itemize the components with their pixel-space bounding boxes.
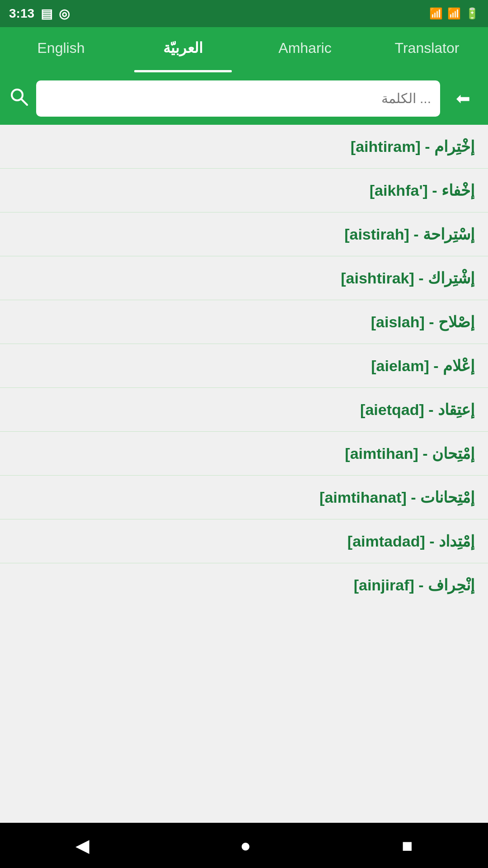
- word-text: إسْتِراحة - [aistirah]: [344, 226, 474, 243]
- signal-icon: 📶: [447, 7, 461, 20]
- svg-line-1: [21, 99, 27, 105]
- status-bar: 3:13 ▤ ◎ 📶 📶 🔋: [0, 0, 488, 27]
- word-text: إنْحِراف - [ainjiraf]: [354, 576, 474, 594]
- list-item[interactable]: إعتِقاد - [aietqad]: [0, 388, 488, 432]
- word-text: إخْفاء - ['aikhfa]: [370, 182, 474, 199]
- list-item[interactable]: إمْتِحان - [aimtihan]: [0, 432, 488, 476]
- recents-button[interactable]: [388, 831, 426, 860]
- list-item[interactable]: إخْتِرام - [aihtiram]: [0, 125, 488, 169]
- list-item[interactable]: إمْتِحانات - [aimtihanat]: [0, 476, 488, 519]
- clear-button[interactable]: [447, 85, 479, 112]
- word-text: إعْلام - [aielam]: [371, 357, 474, 374]
- search-input[interactable]: [36, 80, 440, 117]
- list-item[interactable]: إنْحِراف - [ainjiraf]: [0, 563, 488, 607]
- tab-amharic[interactable]: Amharic: [244, 27, 366, 72]
- status-time: 3:13: [9, 6, 34, 21]
- sim-icon: ▤: [41, 6, 52, 21]
- battery-icon: 🔋: [465, 7, 479, 20]
- word-text: إخْتِرام - [aihtiram]: [351, 138, 474, 155]
- tab-translator[interactable]: Translator: [366, 27, 488, 72]
- word-text: إصْلاح - [aislah]: [371, 313, 474, 330]
- word-text: إمْتِحانات - [aimtihanat]: [319, 489, 474, 506]
- list-item[interactable]: إشْتِراك - [aishtirak]: [0, 256, 488, 300]
- word-text: إعتِقاد - [aietqad]: [360, 401, 474, 418]
- word-list: إخْتِرام - [aihtiram]إخْفاء - ['aikhfa]إ…: [0, 125, 488, 823]
- list-item[interactable]: إعْلام - [aielam]: [0, 344, 488, 388]
- word-text: إمْتِداد - [aimtadad]: [347, 533, 474, 550]
- tab-bar: English العربيّة Amharic Translator: [0, 27, 488, 72]
- headphones-icon: ◎: [59, 6, 70, 21]
- bottom-navigation: [0, 823, 488, 868]
- search-input-wrapper: [36, 80, 440, 117]
- word-text: إشْتِراك - [aishtirak]: [341, 269, 474, 287]
- home-button[interactable]: [226, 831, 264, 860]
- backspace-icon: [447, 85, 479, 112]
- header: English العربيّة Amharic Translator: [0, 27, 488, 125]
- list-item[interactable]: إخْفاء - ['aikhfa]: [0, 169, 488, 212]
- tab-arabic[interactable]: العربيّة: [122, 27, 244, 72]
- back-button[interactable]: [62, 830, 103, 860]
- status-right: 📶 📶 🔋: [429, 7, 479, 20]
- list-item[interactable]: إسْتِراحة - [aistirah]: [0, 212, 488, 256]
- word-text: إمْتِحان - [aimtihan]: [345, 445, 474, 462]
- list-item[interactable]: إمْتِداد - [aimtadad]: [0, 519, 488, 563]
- search-bar: [0, 72, 488, 125]
- list-item[interactable]: إصْلاح - [aislah]: [0, 300, 488, 344]
- search-button[interactable]: [9, 87, 29, 111]
- tab-english[interactable]: English: [0, 27, 122, 72]
- wifi-icon: 📶: [429, 7, 443, 20]
- status-left: 3:13 ▤ ◎: [9, 6, 70, 21]
